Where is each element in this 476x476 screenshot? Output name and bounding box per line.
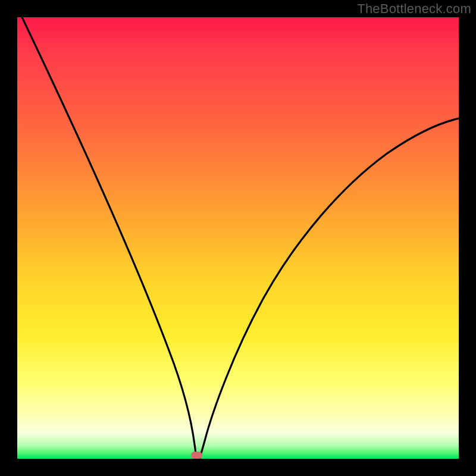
chart-frame: TheBottleneck.com — [0, 0, 476, 476]
bottleneck-curve — [17, 17, 459, 459]
watermark-text: TheBottleneck.com — [357, 1, 471, 17]
plot-area — [17, 17, 459, 459]
optimal-marker — [191, 452, 202, 459]
